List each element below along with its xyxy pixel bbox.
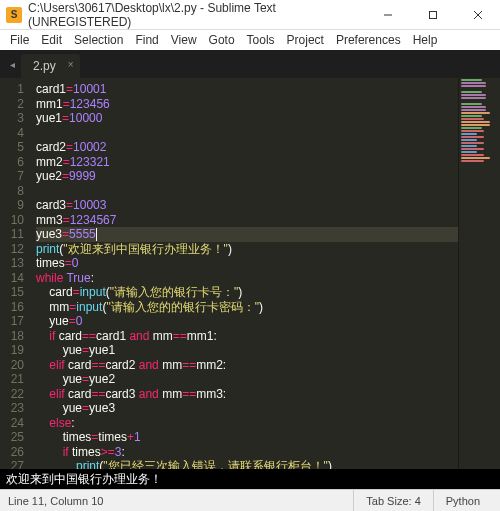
line-number: 11 bbox=[0, 227, 24, 242]
editor[interactable]: 1234567891011121314151617181920212223242… bbox=[0, 78, 500, 469]
line-number: 9 bbox=[0, 198, 24, 213]
line-number: 22 bbox=[0, 387, 24, 402]
menu-view[interactable]: View bbox=[165, 31, 203, 49]
line-number: 12 bbox=[0, 242, 24, 257]
output-text: 欢迎来到中国银行办理业务！ bbox=[6, 471, 162, 488]
window-title: C:\Users\30617\Desktop\lx\2.py - Sublime… bbox=[28, 1, 365, 29]
code-line[interactable]: print("欢迎来到中国银行办理业务！") bbox=[36, 242, 458, 257]
code-line[interactable]: mm2=123321 bbox=[36, 155, 458, 170]
line-number: 10 bbox=[0, 213, 24, 228]
code-line[interactable]: card3=10003 bbox=[36, 198, 458, 213]
menu-bar: File Edit Selection Find View Goto Tools… bbox=[0, 30, 500, 50]
line-number: 1 bbox=[0, 82, 24, 97]
code-line[interactable]: yue=yue2 bbox=[36, 372, 458, 387]
code-line[interactable] bbox=[36, 126, 458, 141]
code-line[interactable]: mm1=123456 bbox=[36, 97, 458, 112]
caret bbox=[96, 228, 97, 241]
line-number: 17 bbox=[0, 314, 24, 329]
line-number: 6 bbox=[0, 155, 24, 170]
menu-goto[interactable]: Goto bbox=[203, 31, 241, 49]
menu-edit[interactable]: Edit bbox=[35, 31, 68, 49]
svg-rect-1 bbox=[429, 11, 436, 18]
tab-label: 2.py bbox=[33, 59, 56, 73]
code-line[interactable]: elif card==card3 and mm==mm3: bbox=[36, 387, 458, 402]
tab-bar: ◂ 2.py × bbox=[0, 50, 500, 78]
minimize-button[interactable] bbox=[365, 0, 410, 30]
code-line[interactable]: else: bbox=[36, 416, 458, 431]
tab-history-icon[interactable]: ◂ bbox=[4, 50, 21, 78]
line-number: 13 bbox=[0, 256, 24, 271]
menu-help[interactable]: Help bbox=[407, 31, 444, 49]
code-line[interactable]: while True: bbox=[36, 271, 458, 286]
output-panel: 欢迎来到中国银行办理业务！ bbox=[0, 469, 500, 489]
minimap[interactable] bbox=[458, 78, 500, 469]
status-bar: Line 11, Column 10 Tab Size: 4 Python bbox=[0, 489, 500, 511]
line-number: 23 bbox=[0, 401, 24, 416]
menu-file[interactable]: File bbox=[4, 31, 35, 49]
code-line[interactable]: yue1=10000 bbox=[36, 111, 458, 126]
line-number: 8 bbox=[0, 184, 24, 199]
code-line[interactable]: elif card==card2 and mm==mm2: bbox=[36, 358, 458, 373]
line-number: 19 bbox=[0, 343, 24, 358]
code-line[interactable]: print("您已经三次输入错误，请联系银行柜台！") bbox=[36, 459, 458, 469]
menu-tools[interactable]: Tools bbox=[241, 31, 281, 49]
line-number: 14 bbox=[0, 271, 24, 286]
code-line[interactable]: mm=input("请输入您的的银行卡密码：") bbox=[36, 300, 458, 315]
tab-close-icon[interactable]: × bbox=[68, 59, 74, 70]
code-line[interactable]: card=input("请输入您的银行卡号：") bbox=[36, 285, 458, 300]
gutter: 1234567891011121314151617181920212223242… bbox=[0, 78, 30, 469]
line-number: 27 bbox=[0, 459, 24, 469]
code-line[interactable]: yue2=9999 bbox=[36, 169, 458, 184]
line-number: 3 bbox=[0, 111, 24, 126]
line-number: 24 bbox=[0, 416, 24, 431]
menu-preferences[interactable]: Preferences bbox=[330, 31, 407, 49]
line-number: 5 bbox=[0, 140, 24, 155]
code-line[interactable]: if card==card1 and mm==mm1: bbox=[36, 329, 458, 344]
status-position[interactable]: Line 11, Column 10 bbox=[8, 495, 353, 507]
line-number: 21 bbox=[0, 372, 24, 387]
line-number: 18 bbox=[0, 329, 24, 344]
code-line[interactable]: mm3=1234567 bbox=[36, 213, 458, 228]
line-number: 15 bbox=[0, 285, 24, 300]
line-number: 20 bbox=[0, 358, 24, 373]
title-bar: S C:\Users\30617\Desktop\lx\2.py - Subli… bbox=[0, 0, 500, 30]
code-line[interactable]: times=times+1 bbox=[36, 430, 458, 445]
line-number: 7 bbox=[0, 169, 24, 184]
code-line[interactable]: card1=10001 bbox=[36, 82, 458, 97]
code-line[interactable]: yue=yue1 bbox=[36, 343, 458, 358]
status-syntax[interactable]: Python bbox=[433, 490, 492, 511]
code-area[interactable]: card1=10001mm1=123456yue1=10000card2=100… bbox=[30, 78, 458, 469]
maximize-button[interactable] bbox=[410, 0, 455, 30]
code-line[interactable]: yue3=5555 bbox=[36, 227, 458, 242]
line-number: 16 bbox=[0, 300, 24, 315]
code-line[interactable] bbox=[36, 184, 458, 199]
line-number: 26 bbox=[0, 445, 24, 460]
code-line[interactable]: yue=0 bbox=[36, 314, 458, 329]
tab-file[interactable]: 2.py × bbox=[21, 54, 80, 78]
app-icon: S bbox=[6, 7, 22, 23]
line-number: 4 bbox=[0, 126, 24, 141]
menu-find[interactable]: Find bbox=[129, 31, 164, 49]
menu-selection[interactable]: Selection bbox=[68, 31, 129, 49]
close-button[interactable] bbox=[455, 0, 500, 30]
code-line[interactable]: times=0 bbox=[36, 256, 458, 271]
status-tabsize[interactable]: Tab Size: 4 bbox=[353, 490, 432, 511]
line-number: 2 bbox=[0, 97, 24, 112]
line-number: 25 bbox=[0, 430, 24, 445]
code-line[interactable]: if times>=3: bbox=[36, 445, 458, 460]
code-line[interactable]: yue=yue3 bbox=[36, 401, 458, 416]
code-line[interactable]: card2=10002 bbox=[36, 140, 458, 155]
menu-project[interactable]: Project bbox=[281, 31, 330, 49]
